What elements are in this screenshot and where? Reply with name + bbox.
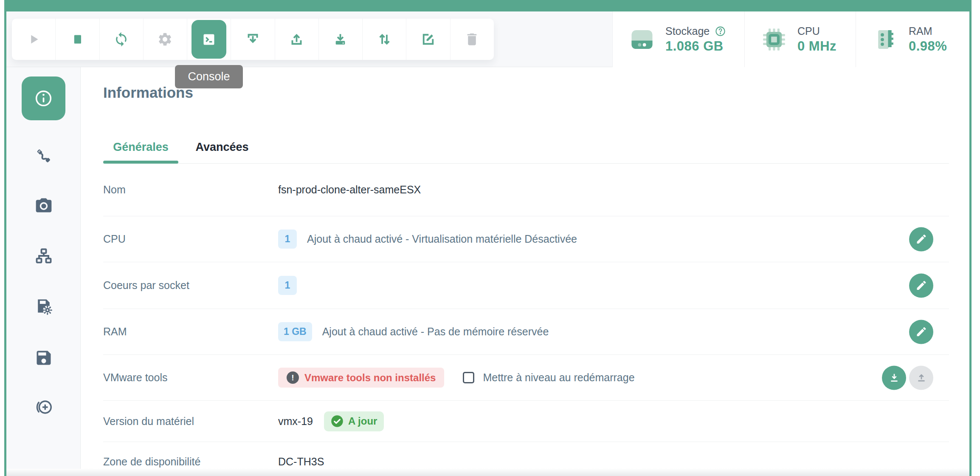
check-circle-icon	[331, 415, 344, 428]
console-tooltip: Console	[175, 65, 243, 88]
info-tabs: Générales Avancées	[103, 131, 254, 163]
download-icon	[332, 31, 348, 47]
storage-stat: Stockage 1.086 GB	[612, 11, 744, 67]
row-label: VMware tools	[103, 371, 278, 384]
sidebar-item-disks[interactable]	[22, 284, 65, 328]
upload-icon	[289, 31, 304, 47]
delete-button[interactable]	[451, 19, 494, 60]
cores-per-socket-badge: 1	[278, 276, 297, 295]
cpu-count-badge: 1	[278, 230, 297, 249]
tab-avancees[interactable]: Avancées	[190, 141, 254, 154]
cpu-stat: CPU 0 MHz	[744, 11, 856, 67]
usb-cable-icon	[34, 147, 53, 165]
table-row-coeurs: Coeurs par socket 1	[103, 262, 949, 309]
upgrade-on-reboot-label: Mettre à niveau au redémarrage	[483, 371, 634, 384]
top-green-bar	[4, 0, 972, 11]
row-label: Version du matériel	[103, 415, 278, 428]
vm-detail-page: Stockage 1.086 GB CPU 0 MHz	[0, 0, 980, 476]
sidebar-item-snapshots[interactable]	[22, 183, 65, 227]
vm-sections-sidebar	[6, 67, 81, 469]
cpu-chip-icon	[761, 26, 797, 53]
migrate-button[interactable]	[363, 19, 406, 60]
camera-snapshot-icon	[34, 196, 53, 215]
availability-zone-value: DC-TH3S	[278, 456, 324, 468]
restart-button[interactable]	[100, 19, 144, 60]
up-to-date-text: A jour	[348, 415, 377, 427]
sidebar-item-devices[interactable]	[22, 134, 65, 178]
refresh-icon	[113, 31, 129, 47]
sidebar-item-backups[interactable]	[22, 336, 65, 380]
pencil-icon	[915, 326, 927, 338]
swap-vertical-icon	[377, 31, 392, 47]
sidebar-item-informations[interactable]	[22, 76, 65, 120]
pencil-icon	[915, 280, 927, 292]
circle-plus-icon	[34, 398, 53, 416]
settings-button[interactable]	[144, 19, 187, 60]
ram-stat-label: RAM	[909, 25, 932, 37]
install-pull-down-icon	[245, 31, 261, 47]
vmware-tools-alert-badge: ! Vmware tools non installés	[278, 368, 444, 388]
console-tooltip-text: Console	[188, 70, 230, 83]
disk-settings-icon	[34, 297, 53, 315]
power-off-button[interactable]	[56, 19, 99, 60]
edit-cores-button[interactable]	[909, 273, 933, 298]
network-sitemap-icon	[34, 246, 53, 265]
console-button-active-bg	[191, 20, 226, 59]
rename-button[interactable]	[406, 19, 450, 60]
sidebar-item-network[interactable]	[22, 234, 65, 278]
ram-stat-value: 0.98%	[909, 39, 947, 54]
header-band: Stockage 1.086 GB CPU 0 MHz	[6, 11, 969, 67]
table-row-nom: Nom fsn-prod-clone-alter-sameESX	[103, 164, 949, 216]
sidebar-item-clone[interactable]	[22, 385, 65, 429]
cpu-stat-value: 0 MHz	[797, 39, 836, 54]
row-label: Coeurs par socket	[103, 279, 278, 292]
vm-actions-toolbar	[12, 19, 494, 60]
exclamation-icon: !	[287, 371, 299, 384]
upgrade-on-reboot-checkbox[interactable]	[463, 372, 474, 383]
edit-cpu-button[interactable]	[909, 227, 933, 251]
upload-arrow-icon	[915, 372, 927, 384]
play-icon	[26, 31, 42, 47]
table-row-ram: RAM 1 GB Ajout à chaud activé - Pas de m…	[103, 309, 949, 355]
active-tab-indicator	[103, 161, 178, 164]
vmware-tools-alert-text: Vmware tools non installés	[304, 372, 436, 384]
storage-drive-icon	[629, 26, 665, 53]
settings-gear-icon	[157, 31, 173, 47]
resource-stats-panel: Stockage 1.086 GB CPU 0 MHz	[612, 11, 969, 67]
ram-stat: RAM 0.98%	[856, 11, 969, 67]
hardware-version-value: vmx-19	[278, 415, 313, 428]
install-vmware-tools-button[interactable]	[882, 366, 906, 390]
row-label: Zone de disponibilité	[103, 456, 278, 468]
table-row-version-materiel: Version du matériel vmx-19 A jour	[103, 401, 949, 442]
ram-options-text: Ajout à chaud activé - Pas de mémoire ré…	[322, 326, 549, 338]
vm-name-value: fsn-prod-clone-alter-sameESX	[278, 184, 421, 196]
help-icon[interactable]	[715, 26, 726, 37]
storage-stat-value: 1.086 GB	[665, 39, 726, 54]
table-row-vmware-tools: VMware tools ! Vmware tools non installé…	[103, 355, 949, 401]
tab-generales[interactable]: Générales	[103, 141, 178, 154]
ram-size-badge: 1 GB	[278, 322, 312, 341]
info-icon	[34, 88, 54, 108]
import-button[interactable]	[319, 19, 363, 60]
edit-ram-button[interactable]	[909, 320, 933, 344]
row-label: CPU	[103, 233, 278, 245]
trash-icon	[464, 31, 480, 47]
row-label: Nom	[103, 184, 278, 196]
cpu-stat-label: CPU	[797, 25, 820, 37]
console-button[interactable]	[187, 19, 231, 60]
cpu-options-text: Ajout à chaud activé - Virtualisation ma…	[307, 233, 577, 245]
stop-icon	[70, 31, 85, 47]
download-arrow-icon	[888, 372, 900, 384]
table-row-cpu: CPU 1 Ajout à chaud activé - Virtualisat…	[103, 216, 949, 262]
export-button[interactable]	[275, 19, 319, 60]
pencil-icon	[915, 233, 927, 245]
install-tools-button[interactable]	[231, 19, 275, 60]
storage-stat-label: Stockage	[665, 25, 710, 37]
edit-icon	[420, 31, 436, 47]
save-disk-icon	[34, 348, 53, 367]
bottom-fade	[6, 468, 969, 476]
ram-stick-icon	[872, 26, 909, 53]
right-frame-line	[969, 0, 972, 476]
upgrade-vmware-tools-button[interactable]	[909, 366, 933, 390]
power-on-button[interactable]	[12, 19, 56, 60]
